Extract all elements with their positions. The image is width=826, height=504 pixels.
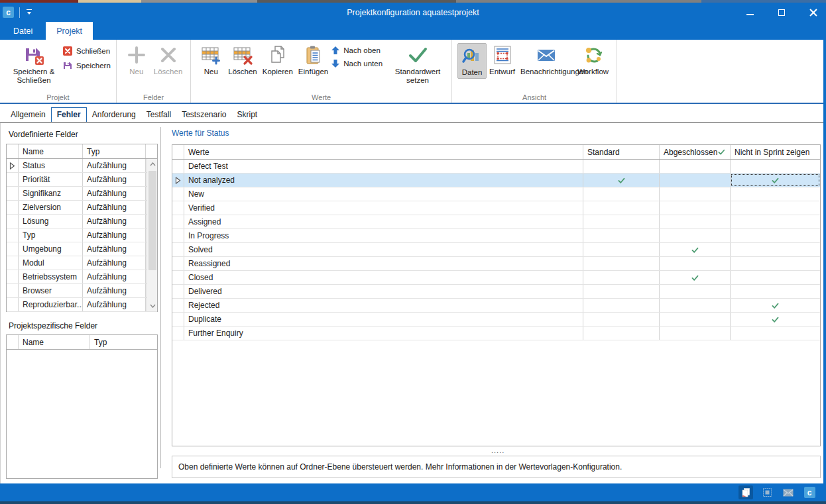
nicht-in-sprint-cell[interactable] bbox=[731, 243, 820, 256]
nicht-in-sprint-cell[interactable] bbox=[731, 271, 820, 284]
move-up-button[interactable]: Nach oben bbox=[331, 46, 383, 55]
field-type-cell[interactable]: Aufzählung bbox=[83, 298, 146, 311]
field-type-cell[interactable]: Aufzählung bbox=[83, 215, 146, 228]
standard-cell[interactable] bbox=[583, 257, 660, 270]
abgeschlossen-cell[interactable] bbox=[660, 327, 731, 340]
abgeschlossen-cell[interactable] bbox=[660, 215, 731, 228]
value-name-cell[interactable]: Verified bbox=[184, 201, 583, 215]
nicht-in-sprint-cell[interactable] bbox=[731, 257, 820, 270]
move-down-button[interactable]: Nach unten bbox=[331, 59, 383, 68]
table-row[interactable]: StatusAufzählung bbox=[7, 159, 157, 173]
table-row[interactable]: Verified bbox=[172, 201, 820, 215]
table-row[interactable]: PrioritätAufzählung bbox=[7, 173, 157, 187]
new-value-button[interactable]: Neu bbox=[196, 43, 225, 77]
save-button[interactable]: Speichern bbox=[62, 60, 111, 71]
table-row[interactable]: Closed bbox=[172, 271, 820, 285]
column-header-werte[interactable]: Werte bbox=[184, 145, 583, 159]
field-type-cell[interactable]: Aufzählung bbox=[83, 201, 146, 214]
field-name-cell[interactable]: Zielversion bbox=[19, 201, 83, 214]
field-name-cell[interactable]: Signifikanz bbox=[19, 187, 83, 200]
value-name-cell[interactable]: Delivered bbox=[184, 285, 583, 298]
grid-selection-button[interactable] bbox=[760, 485, 774, 499]
tab-testszenario[interactable]: Testszenario bbox=[176, 108, 231, 122]
table-row[interactable]: Solved bbox=[172, 243, 820, 257]
field-name-cell[interactable]: Typ bbox=[19, 228, 83, 242]
standard-cell[interactable] bbox=[583, 187, 660, 201]
nicht-in-sprint-cell[interactable] bbox=[731, 285, 820, 298]
abgeschlossen-cell[interactable] bbox=[660, 271, 731, 284]
standard-cell[interactable] bbox=[583, 299, 660, 312]
paste-button[interactable]: Einfügen bbox=[296, 43, 331, 77]
table-row[interactable]: Reproduzierbar...Aufzählung bbox=[7, 298, 157, 312]
scrollbar-thumb[interactable] bbox=[148, 171, 156, 270]
tab-testfall[interactable]: Testfall bbox=[141, 108, 176, 122]
table-row[interactable]: Not analyzed bbox=[172, 174, 820, 187]
scroll-down-icon[interactable] bbox=[147, 301, 158, 311]
abgeschlossen-cell[interactable] bbox=[660, 257, 731, 270]
standard-cell[interactable] bbox=[583, 215, 660, 228]
save-and-close-button[interactable]: Speichern & Schließen bbox=[5, 43, 62, 86]
vertical-scrollbar[interactable] bbox=[147, 159, 157, 311]
table-row[interactable]: New bbox=[172, 187, 820, 201]
quick-access-dropdown-icon[interactable] bbox=[25, 9, 33, 17]
field-name-cell[interactable]: Lösung bbox=[19, 215, 83, 228]
column-header-nicht-in-sprint[interactable]: Nicht in Sprint zeigen bbox=[731, 145, 820, 159]
field-name-cell[interactable]: Browser bbox=[19, 284, 83, 297]
nicht-in-sprint-cell[interactable] bbox=[731, 187, 820, 201]
abgeschlossen-cell[interactable] bbox=[660, 299, 731, 312]
tab-skript[interactable]: Skript bbox=[232, 108, 263, 122]
field-type-cell[interactable]: Aufzählung bbox=[83, 284, 146, 297]
table-row[interactable]: Defect Test bbox=[172, 160, 820, 174]
close-button[interactable] bbox=[805, 5, 822, 20]
table-row[interactable]: ZielversionAufzählung bbox=[7, 201, 157, 215]
table-row[interactable]: Assigned bbox=[172, 215, 820, 229]
column-header-abgeschlossen[interactable]: Abgeschlossen bbox=[660, 145, 731, 159]
abgeschlossen-cell[interactable] bbox=[660, 243, 731, 256]
notifications-button[interactable]: Benachrichtigungen bbox=[518, 43, 575, 77]
set-default-button[interactable]: Standardwert setzen bbox=[389, 43, 446, 86]
field-type-cell[interactable]: Aufzählung bbox=[83, 228, 146, 242]
nicht-in-sprint-cell[interactable] bbox=[731, 229, 820, 242]
table-row[interactable]: UmgebungAufzählung bbox=[7, 242, 157, 256]
abgeschlossen-cell[interactable] bbox=[660, 229, 731, 242]
field-name-cell[interactable]: Betriebssystem bbox=[19, 270, 83, 283]
field-name-cell[interactable]: Reproduzierbar... bbox=[19, 298, 83, 311]
value-name-cell[interactable]: New bbox=[184, 187, 583, 201]
table-row[interactable]: In Progress bbox=[172, 229, 820, 243]
nicht-in-sprint-cell[interactable] bbox=[731, 313, 820, 326]
standard-cell[interactable] bbox=[583, 313, 660, 326]
mail-status-button[interactable] bbox=[781, 485, 796, 499]
field-type-cell[interactable]: Aufzählung bbox=[83, 270, 146, 283]
tab-allgemein[interactable]: Allgemein bbox=[5, 108, 51, 122]
column-header-typ[interactable]: Typ bbox=[83, 144, 146, 158]
value-name-cell[interactable]: In Progress bbox=[184, 229, 583, 242]
ribbon-tab-projekt[interactable]: Projekt bbox=[46, 22, 93, 40]
value-name-cell[interactable]: Duplicate bbox=[184, 313, 583, 326]
nicht-in-sprint-cell[interactable] bbox=[731, 327, 820, 340]
standard-cell[interactable] bbox=[583, 160, 660, 173]
standard-cell[interactable] bbox=[583, 243, 660, 256]
field-name-cell[interactable]: Priorität bbox=[19, 173, 83, 186]
column-header-typ[interactable]: Typ bbox=[90, 335, 157, 349]
scroll-up-icon[interactable] bbox=[147, 159, 158, 170]
table-row[interactable]: BetriebssystemAufzählung bbox=[7, 270, 157, 284]
tab-fehler[interactable]: Fehler bbox=[51, 107, 87, 122]
view-design-button[interactable]: Entwurf bbox=[487, 43, 518, 77]
abgeschlossen-cell[interactable] bbox=[660, 313, 731, 326]
column-header-name[interactable]: Name bbox=[19, 335, 90, 349]
field-name-cell[interactable]: Modul bbox=[19, 256, 83, 270]
value-name-cell[interactable]: Not analyzed bbox=[184, 174, 583, 187]
copy-pages-button[interactable] bbox=[738, 485, 753, 499]
abgeschlossen-cell[interactable] bbox=[660, 201, 731, 215]
close-project-button[interactable]: Schließen bbox=[62, 46, 111, 56]
table-row[interactable]: BrowserAufzählung bbox=[7, 284, 157, 298]
value-name-cell[interactable]: Defect Test bbox=[184, 160, 583, 173]
value-name-cell[interactable]: Rejected bbox=[184, 299, 583, 312]
value-name-cell[interactable]: Reassigned bbox=[184, 257, 583, 270]
standard-cell[interactable] bbox=[583, 174, 660, 187]
app-logo-button[interactable]: c bbox=[802, 485, 817, 499]
field-type-cell[interactable]: Aufzählung bbox=[83, 256, 146, 270]
field-type-cell[interactable]: Aufzählung bbox=[83, 159, 146, 172]
ribbon-tab-datei[interactable]: Datei bbox=[3, 22, 43, 40]
field-type-cell[interactable]: Aufzählung bbox=[83, 242, 146, 256]
